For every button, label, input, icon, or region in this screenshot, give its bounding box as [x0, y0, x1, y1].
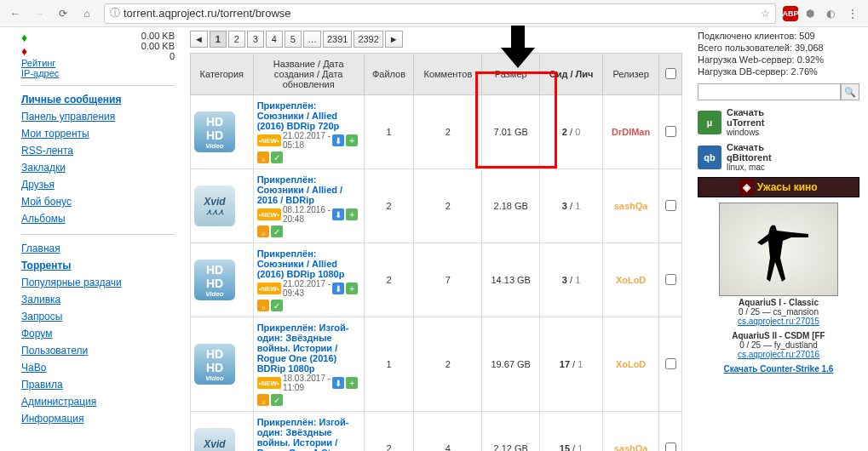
check-all[interactable] — [665, 68, 676, 79]
pager-page[interactable]: 2391 — [323, 31, 352, 48]
row-checkbox[interactable] — [665, 358, 676, 369]
forward-button[interactable]: → — [29, 3, 49, 24]
utorrent-promo[interactable]: µ СкачатьuTorrentwindows — [698, 107, 859, 137]
col-size[interactable]: Размер — [482, 54, 540, 95]
files-cell: 2 — [364, 412, 414, 452]
pager-page[interactable]: 2 — [228, 31, 245, 48]
sidebar-item[interactable]: Мои торренты — [21, 125, 175, 142]
releaser-link[interactable]: sashQa — [614, 201, 648, 211]
stat-web: Нагрузка Web-сервер: 0.92% — [698, 54, 859, 65]
ip-link[interactable]: IP-адрес — [21, 68, 59, 78]
sidebar-item[interactable]: Альбомы — [21, 210, 175, 227]
pager-prev[interactable]: ◄ — [190, 31, 208, 48]
seed-leech-cell: 15 / 1 — [540, 412, 603, 452]
search-button[interactable]: 🔍 — [841, 83, 859, 100]
torrent-table: Категория Название / Дата создания / Дат… — [190, 53, 682, 451]
pager-page[interactable]: 1 — [210, 31, 227, 48]
col-comments[interactable]: Комментов — [414, 54, 482, 95]
sidebar-item[interactable]: Личные сообщения — [21, 91, 175, 108]
torrent-title[interactable]: Союзники / Allied (2016) BDRip 720p — [257, 111, 340, 131]
sidebar-item[interactable]: Запросы — [21, 308, 175, 325]
sidebar-item[interactable]: ЧаВо — [21, 359, 175, 376]
releaser-link[interactable]: sashQa — [614, 443, 648, 451]
pager-page[interactable]: 3 — [247, 31, 264, 48]
pin-label: Прикреплён: — [257, 174, 317, 185]
pager-page[interactable]: 5 — [285, 31, 302, 48]
sidebar-item[interactable]: Пользователи — [21, 342, 175, 359]
search-input[interactable] — [698, 83, 841, 100]
download-arrow-icon: ♦ — [21, 44, 59, 58]
stat-clients: Подключено клиентов: 509 — [698, 31, 859, 41]
url-text: torrent.aqproject.ru/torrent/browse — [124, 7, 757, 20]
qbit-promo[interactable]: qb СкачатьqBittorentlinux, mac — [698, 142, 859, 172]
row-checkbox[interactable] — [665, 200, 676, 211]
sidebar-item[interactable]: Друзья — [21, 176, 175, 193]
sidebar-item[interactable]: Главная — [21, 240, 175, 257]
stat-db: Нагрузка DB-сервер: 2.76% — [698, 66, 859, 77]
torrent-title[interactable]: Союзники / Allied / 2016 / BDRip — [257, 185, 342, 205]
sidebar-item[interactable]: Популярные раздачи — [21, 274, 175, 291]
comments-cell: 2 — [414, 317, 482, 412]
table-row: HDHDVideoПрикреплён: Союзники / Allied (… — [191, 243, 682, 317]
horror-banner[interactable]: ◈ Ужасы кино — [698, 177, 859, 197]
comments-cell: 4 — [414, 412, 482, 452]
sidebar-item[interactable]: Информация — [21, 410, 175, 427]
comments-cell: 2 — [414, 95, 482, 169]
sidebar-item[interactable]: RSS-лента — [21, 142, 175, 159]
pager-page[interactable]: 4 — [266, 31, 283, 48]
rating-link[interactable]: Рейтинг — [21, 58, 55, 68]
size-cell: 2.18 GB — [482, 169, 540, 243]
pager: ◄ 12345…23912392 ► — [190, 31, 682, 48]
col-files[interactable]: Файлов — [364, 54, 414, 95]
sidebar-item[interactable]: Закладки — [21, 159, 175, 176]
category-hd-icon[interactable]: HDHDVideo — [194, 344, 235, 385]
sidebar-item[interactable]: Панель управления — [21, 108, 175, 125]
seed-leech-cell: 3 / 1 — [540, 169, 603, 243]
col-releaser[interactable]: Релизер — [603, 54, 659, 95]
releaser-link[interactable]: DrDIMan — [612, 127, 650, 137]
col-category[interactable]: Категория — [191, 54, 254, 95]
col-seed-leech[interactable]: Сид / Лич — [540, 54, 603, 95]
table-row: Xvid⋏⋏⋏Прикреплён: Изгой-один: Звёздные … — [191, 412, 682, 452]
sidebar-item[interactable]: Форум — [21, 325, 175, 342]
pager-page[interactable]: 2392 — [354, 31, 382, 48]
menu-button[interactable]: ⋮ — [842, 3, 863, 24]
back-button[interactable]: ← — [5, 3, 26, 24]
pager-page[interactable]: … — [303, 31, 321, 48]
sidebar-item[interactable]: Заливка — [21, 291, 175, 308]
sidebar-item[interactable]: Правила — [21, 376, 175, 393]
sidebar-item[interactable]: Администрация — [21, 393, 175, 410]
category-xvid-icon[interactable]: Xvid⋏⋏⋏ — [194, 428, 235, 451]
category-hd-icon[interactable]: HDHDVideo — [194, 260, 235, 300]
cs-download[interactable]: Скачать Counter-Strike 1.6 — [698, 364, 859, 374]
cs-server-image[interactable] — [719, 203, 838, 296]
col-name[interactable]: Название / Дата создания / Дата обновлен… — [253, 54, 364, 95]
files-cell: 1 — [364, 317, 414, 412]
row-checkbox[interactable] — [665, 126, 676, 137]
pin-label: Прикреплён: — [257, 417, 317, 427]
bookmark-icon[interactable]: ☆ — [761, 8, 770, 20]
info-icon[interactable]: ⓘ — [110, 6, 120, 20]
releaser-link[interactable]: XoLoD — [616, 359, 646, 369]
torrent-title[interactable]: Союзники / Allied (2016) BDRip 1080p — [257, 259, 345, 279]
row-checkbox[interactable] — [665, 274, 676, 285]
ext-icon[interactable]: ⬢ — [802, 5, 819, 22]
sidebar-item[interactable]: Торренты — [21, 257, 175, 274]
abp-icon[interactable]: ABP — [783, 6, 798, 21]
cs1-link[interactable]: cs.aqproject.ru:27015 — [698, 317, 859, 326]
cs2-link[interactable]: cs.aqproject.ru:27016 — [698, 350, 859, 359]
seed-leech-cell: 17 / 1 — [540, 317, 603, 412]
home-button[interactable]: ⌂ — [77, 3, 97, 24]
ext-icon-2[interactable]: ◐ — [822, 5, 839, 22]
reload-button[interactable]: ⟳ — [53, 3, 73, 24]
sidebar-item[interactable]: Мой бонус — [21, 193, 175, 210]
pager-next[interactable]: ► — [385, 31, 403, 48]
pin-label: Прикреплён: — [257, 323, 317, 333]
category-xvid-icon[interactable]: Xvid⋏⋏⋏ — [194, 186, 235, 226]
category-hd-icon[interactable]: HDHDVideo — [194, 111, 235, 152]
releaser-link[interactable]: XoLoD — [616, 275, 646, 285]
url-bar[interactable]: ⓘ torrent.aqproject.ru/torrent/browse ☆ — [104, 3, 776, 24]
row-checkbox[interactable] — [665, 442, 676, 452]
stat-users: Всего пользователей: 39,068 — [698, 43, 859, 53]
files-cell: 2 — [364, 243, 414, 317]
